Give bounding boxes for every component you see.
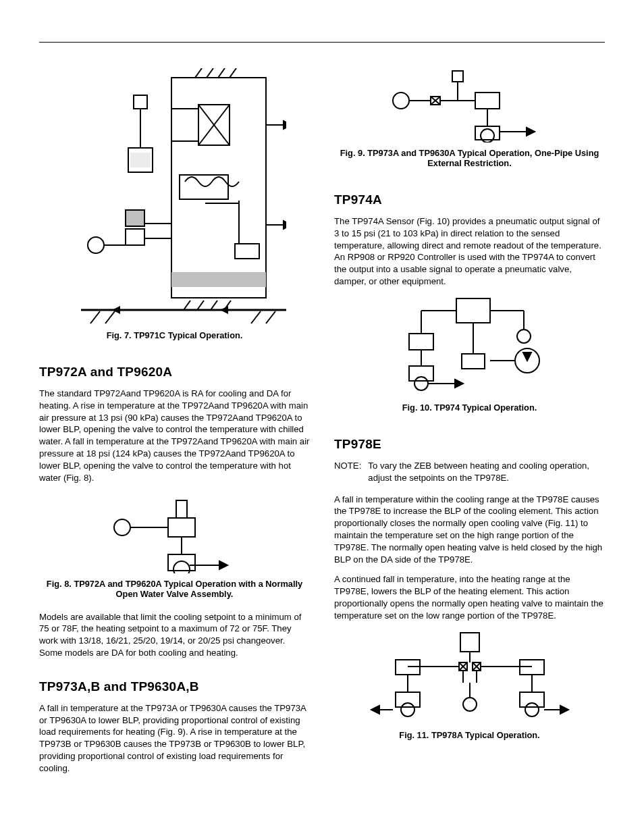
svg-rect-81	[460, 633, 479, 652]
svg-line-3	[230, 68, 236, 78]
diagram-fig9-icon	[382, 68, 558, 142]
figure-7: Fig. 7. TP971C Typical Operation.	[39, 68, 310, 353]
svg-marker-72	[455, 380, 463, 388]
svg-rect-69	[409, 366, 433, 381]
svg-marker-63	[527, 128, 535, 136]
svg-line-2	[218, 68, 225, 78]
svg-line-38	[266, 311, 275, 323]
svg-rect-43	[168, 518, 195, 537]
svg-marker-49	[219, 561, 227, 569]
note-label: NOTE:	[334, 460, 361, 484]
figure-10-caption: Fig. 10. TP974 Typical Operation.	[402, 402, 537, 413]
svg-marker-13	[284, 221, 286, 229]
svg-rect-77	[462, 354, 485, 369]
figure-7-caption: Fig. 7. TP971C Typical Operation.	[107, 330, 243, 340]
svg-point-41	[114, 519, 130, 536]
diagram-fig10-icon	[382, 296, 558, 397]
svg-line-17	[211, 301, 217, 310]
svg-marker-104	[560, 706, 568, 714]
note-text: To vary the ZEB between heating and cool…	[368, 460, 605, 484]
svg-rect-46	[168, 554, 195, 571]
svg-rect-94	[396, 692, 420, 707]
svg-rect-101	[520, 692, 544, 707]
svg-rect-25	[131, 153, 150, 167]
svg-line-37	[251, 311, 261, 323]
tp972a-paragraph-2: Models are available that limit the cool…	[39, 611, 310, 659]
tp974a-paragraph: The TP974A Sensor (Fig. 10) provides a p…	[334, 215, 605, 288]
figure-8: Fig. 8. TP972A and TP9620A Typical Opera…	[39, 492, 310, 611]
svg-point-95	[401, 703, 414, 716]
tp974a-heading: TP974A	[334, 192, 605, 207]
svg-point-106	[463, 698, 477, 711]
svg-line-16	[197, 301, 204, 310]
figure-11-caption: Fig. 11. TP978A Typical Operation.	[399, 730, 539, 740]
tp973ab-paragraph: A fall in temperature at the TP973A or T…	[39, 702, 310, 775]
svg-rect-33	[235, 244, 259, 259]
tp972a-paragraph-1: The standard TP972Aand TP9620A is RA for…	[39, 388, 310, 484]
svg-line-15	[184, 301, 190, 310]
svg-point-47	[173, 561, 190, 573]
tp978e-paragraph-1: A fall in temperature within the cooling…	[334, 494, 605, 566]
diagram-fig11-icon	[369, 630, 571, 725]
figure-11: Fig. 11. TP978A Typical Operation.	[334, 630, 605, 752]
diagram-fig7-icon	[63, 68, 286, 325]
svg-rect-44	[176, 500, 187, 518]
svg-rect-67	[409, 334, 433, 350]
svg-marker-40	[220, 306, 228, 314]
svg-marker-97	[371, 706, 379, 714]
top-rule	[39, 42, 605, 43]
svg-point-75	[517, 330, 531, 343]
figure-9-caption: Fig. 9. TP973A and TP9630A Typical Opera…	[334, 148, 605, 168]
svg-point-19	[88, 237, 104, 253]
svg-rect-21	[126, 229, 144, 245]
svg-line-35	[90, 311, 100, 323]
figure-8-caption: Fig. 8. TP972A and TP9620A Typical Opera…	[39, 579, 310, 599]
svg-point-70	[414, 377, 428, 390]
svg-rect-27	[134, 95, 147, 109]
svg-line-0	[195, 68, 202, 78]
right-column: Fig. 9. TP973A and TP9630A Typical Opera…	[334, 68, 605, 783]
svg-point-102	[525, 703, 539, 716]
tp978e-paragraph-2: A continued fall in temperature, into th…	[334, 573, 605, 621]
svg-rect-64	[456, 298, 490, 323]
svg-rect-57	[452, 71, 463, 82]
svg-line-36	[105, 311, 115, 323]
svg-line-1	[207, 68, 213, 78]
svg-marker-11	[284, 121, 286, 129]
svg-rect-14	[171, 272, 266, 287]
figure-10: Fig. 10. TP974 Typical Operation.	[334, 296, 605, 425]
svg-marker-79	[523, 353, 531, 361]
diagram-fig8-icon	[101, 492, 249, 573]
svg-rect-58	[475, 93, 500, 109]
page: Fig. 7. TP971C Typical Operation. TP972A…	[0, 0, 644, 834]
tp978e-note: NOTE: To vary the ZEB between heating an…	[334, 460, 605, 484]
svg-rect-4	[171, 78, 266, 298]
left-column: Fig. 7. TP971C Typical Operation. TP972A…	[39, 68, 310, 783]
two-column-layout: Fig. 7. TP971C Typical Operation. TP972A…	[39, 68, 605, 783]
tp978e-heading: TP978E	[334, 437, 605, 452]
tp973ab-heading: TP973A,B and TP9630A,B	[39, 679, 310, 694]
svg-point-50	[393, 93, 409, 109]
svg-rect-22	[126, 210, 144, 226]
tp972a-heading: TP972A and TP9620A	[39, 365, 310, 380]
figure-9: Fig. 9. TP973A and TP9630A Typical Opera…	[334, 68, 605, 180]
